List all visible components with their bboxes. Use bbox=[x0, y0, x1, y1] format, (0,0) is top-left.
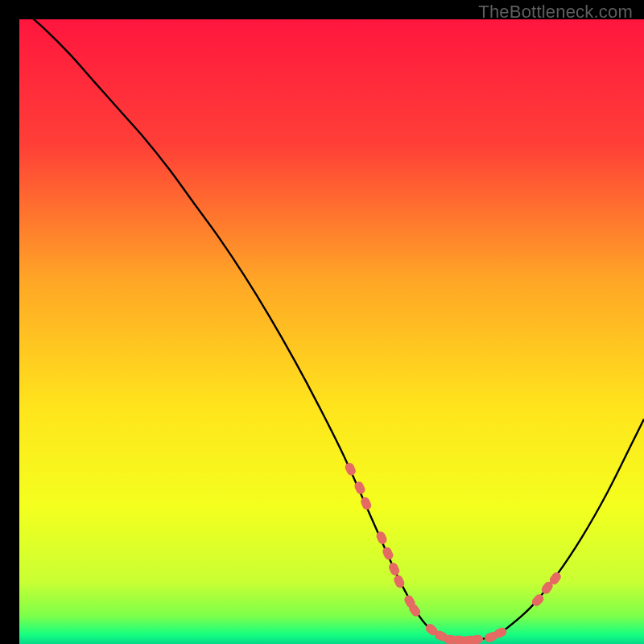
gradient-background bbox=[19, 19, 644, 644]
bottleneck-curve-chart bbox=[19, 19, 644, 644]
chart-frame bbox=[10, 10, 634, 634]
watermark-text: TheBottleneck.com bbox=[478, 2, 633, 23]
